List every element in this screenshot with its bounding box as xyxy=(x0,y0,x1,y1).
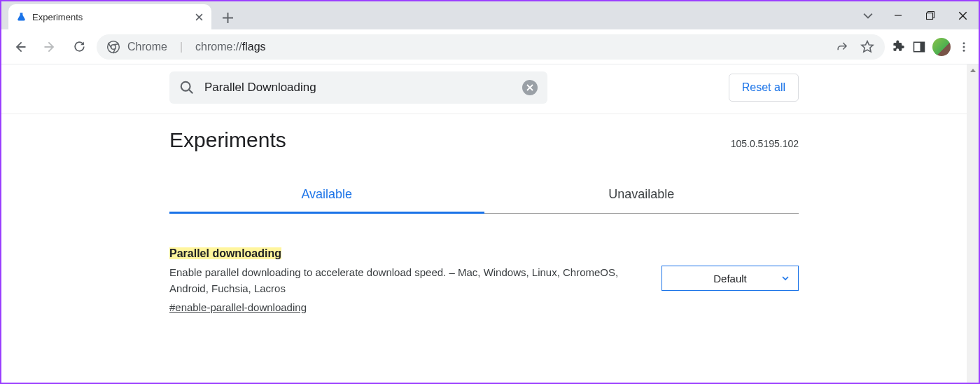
clear-search-icon[interactable] xyxy=(522,80,538,95)
flags-search-box[interactable] xyxy=(169,71,547,104)
profile-avatar[interactable] xyxy=(932,38,951,56)
svg-rect-5 xyxy=(920,42,925,52)
url-separator: | xyxy=(180,41,183,53)
maximize-button[interactable] xyxy=(914,1,946,29)
reset-all-button[interactable]: Reset all xyxy=(729,74,799,102)
menu-icon[interactable] xyxy=(956,39,972,55)
reload-button[interactable] xyxy=(67,35,91,59)
flask-icon xyxy=(15,11,27,22)
flags-tabs: Available Unavailable xyxy=(169,180,799,214)
extensions-icon[interactable] xyxy=(890,39,906,55)
url-scheme-label: Chrome xyxy=(127,41,167,53)
svg-point-8 xyxy=(963,49,965,51)
flag-state-select[interactable]: Default xyxy=(662,266,799,291)
share-icon[interactable] xyxy=(834,39,850,55)
tab-unavailable[interactable]: Unavailable xyxy=(484,180,799,214)
svg-rect-1 xyxy=(927,13,933,20)
tab-search-icon[interactable] xyxy=(854,11,882,20)
address-bar[interactable]: Chrome | chrome://flags xyxy=(97,34,885,60)
scrollbar[interactable] xyxy=(967,64,979,383)
flag-anchor-link[interactable]: #enable-parallel-downloading xyxy=(169,301,307,313)
close-tab-icon[interactable] xyxy=(193,11,204,22)
scroll-up-icon[interactable] xyxy=(967,64,979,76)
flag-entry: Parallel downloading Enable parallel dow… xyxy=(169,247,799,314)
flag-description: Enable parallel downloading to accelerat… xyxy=(169,264,634,297)
tab-title: Experiments xyxy=(32,12,188,22)
browser-toolbar: Chrome | chrome://flags xyxy=(1,29,979,64)
svg-point-7 xyxy=(963,46,965,48)
chrome-version: 105.0.5195.102 xyxy=(731,138,799,149)
flag-title: Parallel downloading xyxy=(169,247,634,260)
search-icon xyxy=(179,80,195,95)
tab-available[interactable]: Available xyxy=(169,180,484,214)
tab-strip: Experiments xyxy=(1,1,979,29)
flags-search-input[interactable] xyxy=(204,81,512,95)
svg-point-9 xyxy=(181,82,190,91)
flag-select-value: Default xyxy=(713,273,747,284)
page-content: Reset all Experiments 105.0.5195.102 Ava… xyxy=(1,64,967,383)
chrome-icon xyxy=(106,40,120,54)
minimize-button[interactable] xyxy=(882,1,914,29)
window-controls xyxy=(854,1,979,29)
page-title: Experiments xyxy=(169,128,286,152)
new-tab-button[interactable] xyxy=(216,6,239,29)
svg-point-2 xyxy=(108,41,120,53)
chevron-down-icon xyxy=(781,274,790,282)
browser-tab[interactable]: Experiments xyxy=(8,4,211,29)
close-window-button[interactable] xyxy=(946,1,979,29)
svg-point-6 xyxy=(963,42,965,44)
url-text: chrome://flags xyxy=(195,41,265,53)
side-panel-icon[interactable] xyxy=(911,39,927,55)
forward-button[interactable] xyxy=(38,35,62,59)
bookmark-icon[interactable] xyxy=(860,39,875,55)
back-button[interactable] xyxy=(8,35,32,59)
